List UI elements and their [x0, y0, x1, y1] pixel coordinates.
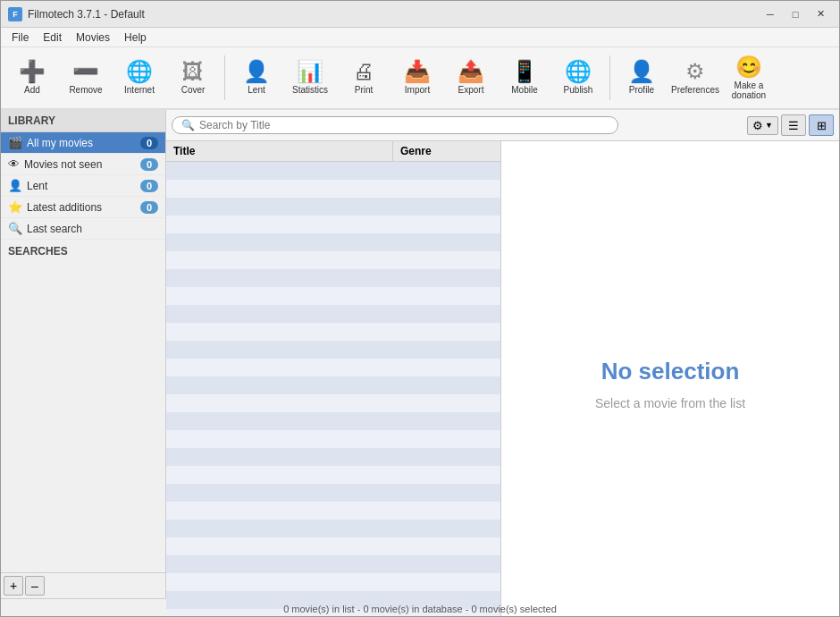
table-row[interactable]: [166, 466, 500, 484]
movies-not-seen-label: Movies not seen: [24, 158, 140, 171]
row-title: [166, 341, 393, 359]
latest-additions-icon: ⭐: [8, 200, 22, 214]
import-icon: 📥: [404, 61, 431, 82]
table-row[interactable]: [166, 198, 500, 216]
minimize-button[interactable]: ─: [759, 6, 782, 22]
lend-button[interactable]: 👤Lent: [231, 51, 282, 105]
table-row[interactable]: [166, 502, 500, 520]
table-row[interactable]: [166, 359, 500, 376]
table-row[interactable]: [166, 394, 500, 412]
table-row[interactable]: [166, 216, 500, 233]
statistics-button[interactable]: 📊Statistics: [284, 51, 336, 105]
mobile-button[interactable]: 📱Mobile: [499, 51, 550, 105]
remove-library-button[interactable]: –: [25, 576, 45, 596]
row-genre: [393, 269, 500, 287]
row-genre: [393, 412, 500, 430]
status-text: 0 movie(s) in list - 0 movie(s) in datab…: [283, 604, 557, 614]
cover-button[interactable]: 🖼Cover: [167, 51, 219, 105]
preferences-icon: ⚙: [685, 61, 705, 82]
row-genre: [393, 359, 500, 376]
table-row[interactable]: [166, 484, 500, 502]
table-row[interactable]: [166, 162, 500, 180]
profile-icon: 👤: [628, 61, 655, 82]
row-genre: [393, 573, 500, 591]
menu-item-edit[interactable]: Edit: [36, 30, 69, 46]
table-row[interactable]: [166, 233, 500, 251]
grid-view-button[interactable]: ⊞: [809, 114, 834, 136]
menubar: FileEditMoviesHelp: [1, 28, 839, 47]
table-row[interactable]: [166, 305, 500, 323]
main-area: LIBRARY 🎬All my movies0👁Movies not seen0…: [1, 110, 839, 598]
table-row[interactable]: [166, 520, 500, 537]
sidebar-item-lent[interactable]: 👤Lent0: [1, 175, 165, 197]
sidebar-item-last-search[interactable]: 🔍Last search: [1, 218, 165, 240]
row-title: [166, 180, 393, 198]
movies-not-seen-badge: 0: [140, 158, 158, 171]
table-row[interactable]: [166, 555, 500, 573]
preferences-button[interactable]: ⚙Preferences: [669, 51, 721, 105]
import-label: Import: [405, 85, 430, 95]
add-library-button[interactable]: +: [4, 576, 23, 596]
row-genre: [393, 180, 500, 198]
close-button[interactable]: ✕: [809, 6, 832, 22]
list-view-button[interactable]: ☰: [781, 114, 806, 136]
menu-item-help[interactable]: Help: [117, 30, 154, 46]
sidebar-items: 🎬All my movies0👁Movies not seen0👤Lent0⭐L…: [1, 132, 165, 240]
profile-button[interactable]: 👤Profile: [616, 51, 668, 105]
row-genre: [393, 323, 500, 341]
cover-label: Cover: [181, 85, 206, 95]
table-row[interactable]: [166, 180, 500, 198]
table-row[interactable]: [166, 412, 500, 430]
add-button[interactable]: ➕Add: [6, 51, 58, 105]
maximize-button[interactable]: □: [784, 6, 807, 22]
movies-not-seen-icon: 👁: [8, 157, 20, 171]
publish-button[interactable]: 🌐Publish: [552, 51, 604, 105]
export-button[interactable]: 📤Export: [445, 51, 497, 105]
search-input[interactable]: [199, 119, 609, 131]
table-row[interactable]: [166, 269, 500, 287]
row-title: [166, 555, 393, 573]
all-my-movies-icon: 🎬: [8, 136, 22, 149]
row-genre: [393, 394, 500, 412]
sidebar-item-latest-additions[interactable]: ⭐Latest additions0: [1, 197, 165, 218]
table-row[interactable]: [166, 323, 500, 341]
menu-item-file[interactable]: File: [4, 30, 36, 46]
donate-button[interactable]: 😊Make a donation: [723, 51, 775, 105]
profile-label: Profile: [629, 85, 654, 95]
import-button[interactable]: 📥Import: [391, 51, 443, 105]
internet-icon: 🌐: [126, 61, 153, 82]
donate-icon: 😊: [735, 56, 762, 78]
row-genre: [393, 287, 500, 305]
window-controls: ─ □ ✕: [759, 6, 832, 22]
row-genre: [393, 251, 500, 269]
lent-badge: 0: [140, 180, 158, 192]
table-row[interactable]: [166, 287, 500, 305]
sidebar-item-movies-not-seen[interactable]: 👁Movies not seen0: [1, 154, 165, 175]
table-row[interactable]: [166, 448, 500, 466]
table-row[interactable]: [166, 376, 500, 394]
gear-icon: ⚙: [752, 119, 763, 132]
row-title: [166, 323, 393, 341]
titlebar: F Filmotech 3.7.1 - Default ─ □ ✕: [1, 1, 839, 28]
sidebar-item-all-my-movies[interactable]: 🎬All my movies0: [1, 132, 165, 154]
table-row[interactable]: [166, 537, 500, 555]
genre-column-header: Genre: [393, 141, 500, 161]
internet-button[interactable]: 🌐Internet: [113, 51, 165, 105]
list-rows[interactable]: [166, 162, 500, 617]
lend-icon: 👤: [243, 61, 270, 82]
row-title: [166, 502, 393, 520]
table-row[interactable]: [166, 251, 500, 269]
table-row[interactable]: [166, 430, 500, 448]
row-title: [166, 305, 393, 323]
row-genre: [393, 484, 500, 502]
menu-item-movies[interactable]: Movies: [69, 30, 117, 46]
statistics-label: Statistics: [292, 85, 328, 95]
print-button[interactable]: 🖨Print: [338, 51, 390, 105]
table-row[interactable]: [166, 573, 500, 591]
table-row[interactable]: [166, 341, 500, 359]
row-title: [166, 430, 393, 448]
search-settings-button[interactable]: ⚙ ▼: [747, 116, 778, 135]
row-genre: [393, 520, 500, 537]
remove-button[interactable]: ➖Remove: [60, 51, 112, 105]
row-title: [166, 287, 393, 305]
